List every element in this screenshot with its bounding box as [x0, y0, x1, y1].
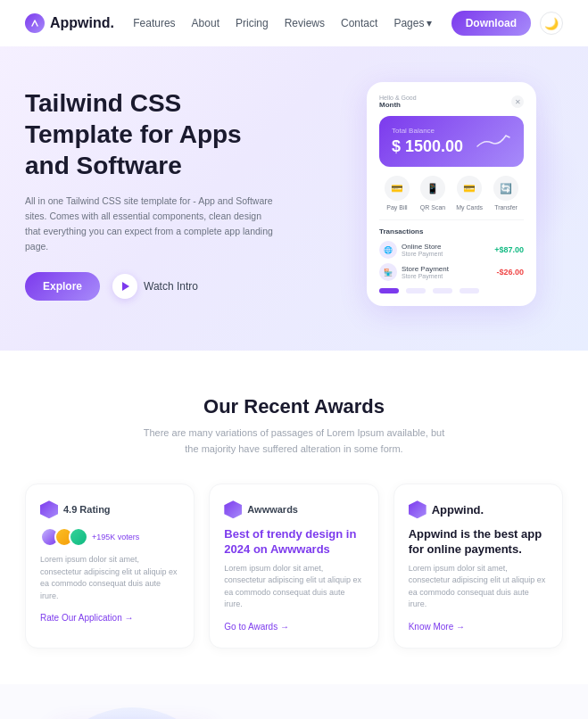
- award-badge-text-2: Awwwards: [247, 504, 298, 515]
- shield-icon-3: [409, 500, 427, 518]
- award-link-3[interactable]: Know More →: [409, 622, 548, 632]
- nav-actions: Download 🌙: [451, 11, 563, 36]
- transaction-2-icon: 🏪: [379, 263, 397, 281]
- award-title-3: Appwind is the best app for online payme…: [409, 527, 548, 558]
- award-link-2[interactable]: Go to Awards →: [224, 622, 363, 632]
- transaction-1-sub: Store Payment: [402, 251, 443, 257]
- phone-action-transfer: 🔄 Transfer: [493, 176, 518, 211]
- transactions-title: Transactions: [379, 227, 524, 236]
- nav-pricing[interactable]: Pricing: [236, 17, 269, 29]
- qr-icon: 📱: [420, 176, 445, 201]
- phone-actions: 💳 Pay Bill 📱 QR Scan 💳 My Cards 🔄 Transf…: [379, 176, 524, 211]
- awards-description: There are many variations of passages of…: [143, 426, 446, 457]
- phone-tab-4: [460, 288, 479, 293]
- phone-nav-tabs: [379, 288, 524, 293]
- award-desc-2: Lorem ipsum dolor sit amet, consectetur …: [224, 563, 363, 611]
- explore-button[interactable]: Explore: [25, 272, 100, 301]
- play-triangle: [122, 282, 129, 291]
- hero-phone-mockup: Hello & Good Month ✕ Total Balance $ 150…: [367, 82, 563, 306]
- award-badge-1: 4.9 Rating: [40, 500, 179, 518]
- hero-description: All in one Tailwind CSS site template fo…: [25, 194, 275, 253]
- hero-section: Tailwind CSS Template for Apps and Softw…: [0, 46, 588, 351]
- nav-about[interactable]: About: [192, 17, 219, 29]
- mycards-icon: 💳: [457, 176, 482, 201]
- nav-links: Features About Pricing Reviews Contact P…: [133, 17, 432, 29]
- phone-tab-3: [433, 288, 452, 293]
- phone-divider: [379, 219, 524, 220]
- paybill-label: Pay Bill: [386, 204, 407, 211]
- award-badge-text-1: 4.9 Rating: [63, 504, 111, 515]
- transaction-2-sub: Store Payment: [402, 273, 449, 279]
- phone-tab-1: [379, 288, 399, 293]
- theme-toggle[interactable]: 🌙: [540, 12, 563, 35]
- mini-chart-area: [476, 130, 511, 153]
- nav-pages[interactable]: Pages ▾: [393, 17, 432, 29]
- transaction-1-icon: 🌐: [379, 241, 397, 259]
- mycards-label: My Cards: [456, 204, 483, 211]
- transfer-icon: 🔄: [493, 176, 518, 201]
- award-badge-text-3: Appwind.: [432, 503, 484, 517]
- awards-section: Our Recent Awards There are many variati…: [0, 351, 588, 684]
- nav-reviews[interactable]: Reviews: [285, 17, 325, 29]
- transaction-2: 🏪 Store Payment Store Payment -$26.00: [379, 263, 524, 281]
- transaction-1-amount: +$87.00: [494, 245, 524, 254]
- chevron-down-icon: ▾: [427, 17, 432, 29]
- rating-count: +195K voters: [92, 533, 139, 541]
- phone-action-paybill: 💳 Pay Bill: [385, 176, 410, 211]
- avatar-3: [69, 527, 88, 547]
- balance-label: Total Balance: [392, 127, 463, 135]
- logo-icon: [25, 13, 45, 33]
- phone-card: Hello & Good Month ✕ Total Balance $ 150…: [367, 82, 536, 306]
- balance-card: Total Balance $ 1500.00: [379, 116, 524, 167]
- awards-title: Our Recent Awards: [25, 395, 563, 418]
- award-title-highlight: 2024: [224, 542, 250, 556]
- shield-icon-1: [40, 500, 58, 518]
- play-icon: [112, 274, 137, 299]
- logo-text: Appwind.: [50, 15, 114, 31]
- award-title-2: Best of trendy design in 2024 on Awwward…: [224, 527, 363, 558]
- awards-grid: 4.9 Rating +195K voters Lorem ipsum dolo…: [25, 483, 563, 649]
- phone-period: Month: [379, 101, 417, 109]
- award-card-rating: 4.9 Rating +195K voters Lorem ipsum dolo…: [25, 483, 195, 649]
- about-bg-circle: [43, 707, 221, 719]
- logo: Appwind.: [25, 13, 114, 33]
- shield-icon-2: [224, 500, 242, 518]
- download-button[interactable]: Download: [451, 11, 531, 36]
- award-desc-3: Lorem ipsum dolor sit amet, consectetur …: [409, 563, 548, 611]
- transaction-2-name: Store Payment: [402, 265, 449, 273]
- award-badge-3: Appwind.: [409, 500, 548, 518]
- balance-amount: $ 1500.00: [392, 137, 463, 156]
- navbar: Appwind. Features About Pricing Reviews …: [0, 0, 588, 46]
- transaction-1: 🌐 Online Store Store Payment +$87.00: [379, 241, 524, 259]
- award-avatars: +195K voters: [40, 527, 179, 547]
- watch-button[interactable]: Watch Intro: [112, 274, 198, 299]
- about-section: Family Expenses Food: [0, 684, 588, 719]
- award-desc-1: Lorem ipsum dolor sit amet, consectetur …: [40, 554, 179, 602]
- nav-contact[interactable]: Contact: [341, 17, 377, 29]
- award-card-appwind: Appwind. Appwind is the best app for onl…: [393, 483, 563, 649]
- hero-title: Tailwind CSS Template for Apps and Softw…: [25, 87, 275, 181]
- paybill-icon: 💳: [385, 176, 410, 201]
- phone-top: Hello & Good Month ✕: [379, 95, 524, 109]
- nav-features[interactable]: Features: [133, 17, 175, 29]
- transfer-label: Transfer: [494, 204, 518, 211]
- hero-content: Tailwind CSS Template for Apps and Softw…: [25, 87, 275, 300]
- award-link-1[interactable]: Rate Our Application →: [40, 613, 179, 623]
- phone-action-qr: 📱 QR Scan: [420, 176, 445, 211]
- transaction-1-name: Online Store: [402, 243, 443, 251]
- award-card-awwwards: Awwwards Best of trendy design in 2024 o…: [209, 483, 378, 649]
- phone-tab-2: [406, 288, 426, 293]
- phone-greeting: Hello & Good: [379, 95, 417, 101]
- phone-close-icon: ✕: [511, 95, 524, 108]
- transaction-2-amount: -$26.00: [496, 268, 524, 277]
- award-badge-2: Awwwards: [224, 500, 363, 518]
- qr-label: QR Scan: [420, 204, 445, 211]
- hero-buttons: Explore Watch Intro: [25, 272, 275, 301]
- phone-action-cards: 💳 My Cards: [456, 176, 483, 211]
